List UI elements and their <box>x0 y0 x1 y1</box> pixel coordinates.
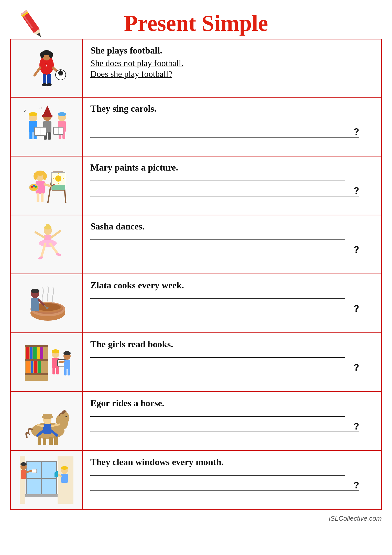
blank-negative-dance[interactable] <box>90 239 345 240</box>
svg-text:♪: ♪ <box>24 107 26 113</box>
svg-line-78 <box>36 232 44 237</box>
image-carols: ♪ ♫ <box>11 98 83 156</box>
blank-negative-carols[interactable] <box>90 122 345 122</box>
svg-point-151 <box>51 475 52 476</box>
svg-point-71 <box>46 224 50 228</box>
svg-point-86 <box>31 289 39 293</box>
question-mark-horse: ? <box>354 422 359 432</box>
sentence-main-carols: They sing carols. <box>90 103 373 114</box>
svg-point-67 <box>35 186 37 188</box>
svg-rect-136 <box>24 494 59 497</box>
svg-rect-122 <box>49 437 53 445</box>
image-reading <box>11 333 83 391</box>
svg-text:♫: ♫ <box>39 106 42 110</box>
text-cell-dance: Sasha dances. ? <box>83 215 381 274</box>
svg-rect-114 <box>64 369 67 375</box>
sentence-question-football: Does she play football? <box>90 69 373 79</box>
sentence-main-window: They clean windows every month. <box>90 457 373 467</box>
illustration-reading <box>20 339 73 386</box>
svg-rect-60 <box>41 193 43 202</box>
blank-negative-reading[interactable] <box>90 357 345 358</box>
blank-question-dance[interactable]: ? <box>90 245 359 255</box>
svg-rect-93 <box>25 359 48 361</box>
svg-text:7: 7 <box>45 63 48 68</box>
blank-question-window[interactable]: ? <box>90 481 359 491</box>
svg-rect-102 <box>34 361 37 373</box>
blank-question-carols[interactable]: ? <box>90 127 359 138</box>
image-dance <box>11 215 83 274</box>
row-carols: ♪ ♫ <box>10 98 382 156</box>
svg-rect-107 <box>52 367 55 374</box>
svg-rect-13 <box>43 74 46 84</box>
svg-rect-53 <box>52 185 65 190</box>
page-title: Present Simple <box>10 8 382 36</box>
illustration-dance <box>20 221 73 268</box>
text-cell-football: She plays football. She does not play fo… <box>83 39 381 97</box>
watermark: iSLCollective.com <box>10 515 382 522</box>
sentence-main-reading: The girls read books. <box>90 339 373 350</box>
svg-rect-113 <box>64 360 70 369</box>
svg-point-37 <box>58 112 66 116</box>
svg-rect-123 <box>54 436 58 445</box>
svg-rect-14 <box>47 74 51 84</box>
blank-question-painting[interactable]: ? <box>90 186 359 196</box>
row-reading: The girls read books. ? <box>10 333 382 392</box>
text-cell-reading: The girls read books. ? <box>83 333 381 391</box>
image-horse <box>11 392 83 450</box>
svg-line-61 <box>45 184 51 186</box>
svg-point-73 <box>39 240 57 247</box>
svg-line-17 <box>35 68 40 75</box>
svg-rect-143 <box>32 469 37 473</box>
svg-point-112 <box>63 351 71 355</box>
svg-point-65 <box>31 186 33 188</box>
sentence-negative-football: She does not play football. <box>90 58 373 68</box>
question-mark-window: ? <box>354 481 359 490</box>
blank-negative-cooking[interactable] <box>90 298 345 299</box>
svg-rect-24 <box>29 132 32 139</box>
sentence-main-football: She plays football. <box>90 45 373 56</box>
sentence-main-horse: Egor rides a horse. <box>90 398 373 409</box>
svg-point-152 <box>51 473 52 473</box>
svg-point-90 <box>46 307 49 309</box>
sentence-main-painting: Mary paints a picture. <box>90 162 373 173</box>
svg-rect-120 <box>38 437 41 445</box>
question-mark-reading: ? <box>354 363 359 373</box>
svg-line-131 <box>38 425 43 426</box>
image-football: 7 <box>11 39 83 97</box>
text-cell-horse: Egor rides a horse. ? <box>83 392 381 450</box>
svg-rect-95 <box>26 347 29 359</box>
blank-question-cooking[interactable]: ? <box>90 304 359 314</box>
svg-point-140 <box>20 462 27 466</box>
svg-rect-146 <box>61 474 68 483</box>
svg-rect-96 <box>30 347 32 359</box>
svg-point-105 <box>52 349 59 353</box>
row-football: 7 She plays foo <box>10 39 382 98</box>
image-window <box>11 451 83 509</box>
svg-rect-30 <box>42 115 52 117</box>
row-dance: Sasha dances. ? <box>10 215 382 274</box>
row-horse: Egor rides a horse. ? <box>10 392 382 451</box>
illustration-carols: ♪ ♫ <box>20 103 73 150</box>
svg-rect-100 <box>26 361 30 373</box>
text-cell-carols: They sing carols. ? <box>83 98 381 156</box>
question-mark-carols: ? <box>354 127 359 137</box>
question-mark-cooking: ? <box>354 304 359 314</box>
blank-negative-horse[interactable] <box>90 416 345 417</box>
row-cooking: Zlata cooks every week. ? <box>10 274 382 333</box>
svg-rect-99 <box>40 347 43 359</box>
blank-negative-painting[interactable] <box>90 181 345 181</box>
blank-question-reading[interactable]: ? <box>90 363 359 373</box>
svg-rect-127 <box>43 414 52 418</box>
svg-rect-128 <box>43 424 51 434</box>
svg-point-124 <box>66 416 67 417</box>
svg-rect-121 <box>43 438 46 445</box>
text-cell-window: They clean windows every month. ? <box>83 451 381 509</box>
blank-negative-window[interactable] <box>90 475 345 476</box>
exercise-rows: 7 She plays foo <box>10 39 382 510</box>
svg-point-66 <box>33 185 35 187</box>
sentence-main-cooking: Zlata cooks every week. <box>90 280 373 291</box>
image-cooking <box>11 274 83 332</box>
image-painting <box>11 156 83 215</box>
svg-rect-149 <box>56 471 58 473</box>
blank-question-horse[interactable]: ? <box>90 422 359 432</box>
